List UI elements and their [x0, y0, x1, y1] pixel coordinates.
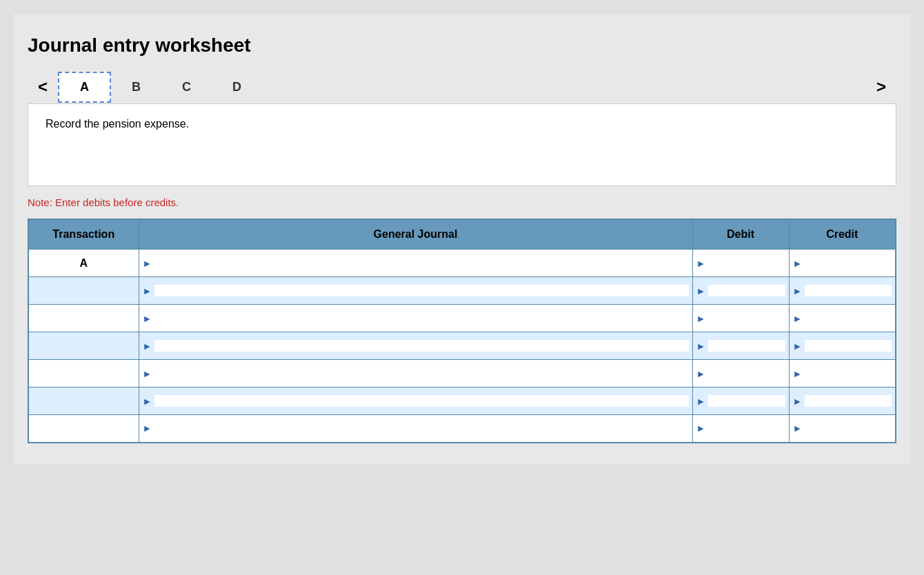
cell-journal-6[interactable]: ►: [139, 415, 692, 443]
cell-journal-0[interactable]: ►: [139, 250, 692, 277]
table-body: A ► ► ►: [28, 250, 896, 443]
table-row: A ► ► ►: [28, 250, 896, 277]
arrow-icon-j3: ►: [143, 341, 152, 352]
prev-nav-button[interactable]: <: [28, 70, 58, 103]
arrow-icon-d5: ►: [696, 396, 706, 407]
arrow-icon-c5: ►: [793, 396, 803, 407]
input-journal-1[interactable]: [154, 285, 688, 296]
input-journal-3[interactable]: [154, 340, 688, 352]
input-debit-1[interactable]: [708, 285, 785, 296]
arrow-icon-c3: ►: [793, 341, 803, 352]
input-debit-5[interactable]: [708, 395, 785, 407]
arrow-icon-c4: ►: [793, 368, 803, 379]
tab-C[interactable]: C: [161, 73, 212, 101]
cell-debit-5[interactable]: ►: [692, 387, 789, 415]
cell-debit-1[interactable]: ►: [692, 277, 789, 305]
page-container: Journal entry worksheet < A B C D > Reco…: [14, 14, 910, 464]
cell-transaction-0: A: [28, 250, 139, 277]
input-credit-5[interactable]: [805, 395, 892, 407]
input-credit-4[interactable]: [805, 367, 892, 379]
input-credit-1[interactable]: [805, 285, 892, 296]
cell-debit-2[interactable]: ►: [692, 305, 789, 332]
header-credit: Credit: [789, 219, 896, 250]
cell-credit-6[interactable]: ►: [789, 415, 896, 443]
cell-credit-3[interactable]: ►: [789, 332, 896, 360]
arrow-icon-d6: ►: [696, 423, 706, 434]
cell-debit-6[interactable]: ►: [692, 415, 789, 443]
input-debit-0[interactable]: [708, 257, 785, 269]
input-journal-2[interactable]: [154, 312, 688, 324]
arrow-icon-j2: ►: [143, 313, 152, 324]
cell-journal-4[interactable]: ►: [139, 360, 692, 387]
tabs-row: A B C D: [58, 72, 262, 103]
arrow-icon-d1: ►: [696, 285, 706, 296]
page-title: Journal entry worksheet: [28, 34, 896, 57]
cell-credit-1[interactable]: ►: [789, 277, 896, 305]
arrow-icon-j0: ►: [143, 258, 152, 269]
tab-B[interactable]: B: [111, 73, 161, 101]
arrow-icon-c2: ►: [793, 313, 803, 324]
input-credit-2[interactable]: [805, 312, 892, 324]
table-row: ► ► ►: [28, 305, 896, 332]
table-row: ► ► ►: [28, 277, 896, 305]
instruction-text: Record the pension expense.: [46, 118, 878, 130]
arrow-icon-d3: ►: [696, 341, 706, 352]
table-row: ► ► ►: [28, 360, 896, 387]
cell-credit-4[interactable]: ►: [789, 360, 896, 387]
cell-journal-5[interactable]: ►: [139, 387, 692, 415]
cell-journal-3[interactable]: ►: [139, 332, 692, 360]
cell-transaction-2: [28, 305, 139, 332]
arrow-icon-j6: ►: [143, 423, 152, 434]
instruction-box: Record the pension expense.: [28, 103, 896, 186]
cell-transaction-4: [28, 360, 139, 387]
cell-journal-2[interactable]: ►: [139, 305, 692, 332]
cell-debit-4[interactable]: ►: [692, 360, 789, 387]
arrow-icon-j1: ►: [143, 285, 152, 296]
arrow-icon-c0: ►: [793, 258, 803, 269]
tab-A[interactable]: A: [58, 72, 111, 103]
arrow-icon-d2: ►: [696, 313, 706, 324]
header-general-journal: General Journal: [139, 219, 692, 250]
journal-table: Transaction General Journal Debit Credit…: [28, 219, 896, 443]
table-row: ► ► ►: [28, 415, 896, 443]
input-credit-0[interactable]: [805, 257, 892, 269]
input-journal-5[interactable]: [154, 395, 688, 407]
header-debit: Debit: [692, 219, 789, 250]
table-row: ► ► ►: [28, 387, 896, 415]
cell-transaction-6: [28, 415, 139, 443]
input-debit-2[interactable]: [708, 312, 785, 324]
input-journal-0[interactable]: [154, 257, 688, 269]
input-journal-6[interactable]: [154, 423, 688, 434]
header-transaction: Transaction: [28, 219, 139, 250]
table-row: ► ► ►: [28, 332, 896, 360]
input-debit-6[interactable]: [708, 423, 785, 434]
next-nav-button[interactable]: >: [866, 70, 896, 103]
input-credit-3[interactable]: [805, 340, 892, 352]
arrow-icon-j5: ►: [143, 396, 152, 407]
tab-D[interactable]: D: [212, 73, 262, 101]
arrow-icon-d4: ►: [696, 368, 706, 379]
cell-credit-2[interactable]: ►: [789, 305, 896, 332]
arrow-icon-d0: ►: [696, 258, 706, 269]
table-header-row: Transaction General Journal Debit Credit: [28, 219, 896, 250]
cell-transaction-5: [28, 387, 139, 415]
cell-transaction-3: [28, 332, 139, 360]
note-text: Note: Enter debits before credits.: [28, 196, 896, 208]
arrow-icon-c6: ►: [793, 423, 803, 434]
input-credit-6[interactable]: [805, 423, 892, 434]
cell-transaction-1: [28, 277, 139, 305]
cell-credit-0[interactable]: ►: [789, 250, 896, 277]
tabs-wrapper: < A B C D >: [28, 70, 896, 103]
input-debit-3[interactable]: [708, 340, 785, 352]
cell-debit-3[interactable]: ►: [692, 332, 789, 360]
cell-credit-5[interactable]: ►: [789, 387, 896, 415]
cell-debit-0[interactable]: ►: [692, 250, 789, 277]
arrow-icon-j4: ►: [143, 368, 152, 379]
input-journal-4[interactable]: [154, 367, 688, 379]
cell-journal-1[interactable]: ►: [139, 277, 692, 305]
arrow-icon-c1: ►: [793, 285, 803, 296]
input-debit-4[interactable]: [708, 367, 785, 379]
